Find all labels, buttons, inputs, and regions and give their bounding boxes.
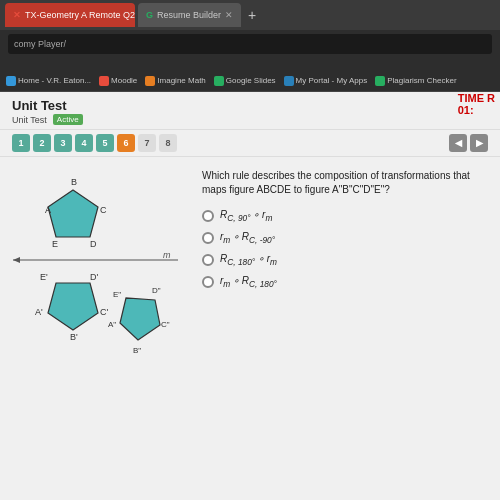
svg-text:D": D" [152,286,161,295]
bookmarks-bar: Home - V.R. Eaton... Moodle Imagine Math… [0,70,500,92]
svg-text:m: m [163,250,171,260]
browser-chrome: ✕ TX-Geometry A Remote Q2 - Edu ✕ G Resu… [0,0,500,70]
question-text: Which rule describes the composition of … [202,169,488,197]
svg-text:C': C' [100,307,108,317]
svg-text:A": A" [108,320,116,329]
question-panel: Which rule describes the composition of … [198,165,492,472]
prev-question-button[interactable]: ◀ [449,134,467,152]
plagiarism-icon [375,76,385,86]
svg-text:E': E' [40,272,48,282]
tab-bar: ✕ TX-Geometry A Remote Q2 - Edu ✕ G Resu… [0,0,500,30]
moodle-icon [99,76,109,86]
bookmark-slides[interactable]: Google Slides [214,76,276,86]
portal-icon [284,76,294,86]
bookmark-portal[interactable]: My Portal - My Apps [284,76,368,86]
radio-c[interactable] [202,254,214,266]
bookmark-moodle-label: Moodle [111,76,137,85]
radio-b[interactable] [202,232,214,244]
subtitle-label: Unit Test [12,115,47,125]
timer-label: TIME R [458,92,495,104]
home-icon [6,76,16,86]
bookmark-home-label: Home - V.R. Eaton... [18,76,91,85]
figures-panel: B A C E D m B' A' C' E' D' [8,165,188,472]
option-a-text: RC, 90° ∘ rm [220,209,272,223]
question-btn-8[interactable]: 8 [159,134,177,152]
tab-resume[interactable]: G Resume Builder ✕ [138,3,241,27]
address-input[interactable] [8,34,492,54]
address-bar [0,30,500,58]
new-tab-button[interactable]: + [244,7,260,23]
bookmark-plagiarism[interactable]: Plagiarism Checker [375,76,456,86]
test-subtitle: Unit Test Active [12,114,488,125]
question-btn-1[interactable]: 1 [12,134,30,152]
svg-text:B: B [71,177,77,187]
option-b-text: rm ∘ RC, -90° [220,231,275,245]
question-area: B A C E D m B' A' C' E' D' [0,157,500,480]
svg-text:C: C [100,205,107,215]
bookmark-portal-label: My Portal - My Apps [296,76,368,85]
question-btn-3[interactable]: 3 [54,134,72,152]
option-d-text: rm ∘ RC, 180° [220,275,277,289]
question-btn-6[interactable]: 6 [117,134,135,152]
svg-text:E: E [52,239,58,249]
option-a[interactable]: RC, 90° ∘ rm [202,209,488,223]
figures-svg: B A C E D m B' A' C' E' D' [8,165,183,395]
svg-text:D: D [90,239,97,249]
radio-d[interactable] [202,276,214,288]
svg-text:A: A [45,205,51,215]
status-badge: Active [53,114,83,125]
page-title: Unit Test [12,98,488,113]
answer-options: RC, 90° ∘ rm rm ∘ RC, -90° RC, 180° ∘ rm [202,209,488,289]
question-btn-2[interactable]: 2 [33,134,51,152]
question-nav: 1 2 3 4 5 6 7 8 ◀ ▶ TIME R 01: [0,130,500,157]
tab-icon-g: G [146,10,153,20]
tab-label-resume: Resume Builder [157,10,221,20]
bookmark-slides-label: Google Slides [226,76,276,85]
tab-close-resume[interactable]: ✕ [225,10,233,20]
option-c-text: RC, 180° ∘ rm [220,253,277,267]
tab-geometry[interactable]: ✕ TX-Geometry A Remote Q2 - Edu ✕ [5,3,135,27]
bookmark-home[interactable]: Home - V.R. Eaton... [6,76,91,86]
option-d[interactable]: rm ∘ RC, 180° [202,275,488,289]
bookmark-plagiarism-label: Plagiarism Checker [387,76,456,85]
imagine-icon [145,76,155,86]
bookmark-moodle[interactable]: Moodle [99,76,137,86]
svg-marker-7 [13,257,20,263]
radio-a[interactable] [202,210,214,222]
tab-label-geometry: TX-Geometry A Remote Q2 - Edu [25,10,135,20]
tab-icon-x: ✕ [13,10,21,20]
svg-marker-15 [120,298,160,340]
question-btn-4[interactable]: 4 [75,134,93,152]
svg-marker-9 [48,283,98,330]
svg-text:B": B" [133,346,141,355]
svg-text:B': B' [70,332,78,342]
option-c[interactable]: RC, 180° ∘ rm [202,253,488,267]
svg-marker-0 [48,190,98,237]
page-content: Unit Test Unit Test Active 1 2 3 4 5 6 7… [0,92,500,500]
slides-icon [214,76,224,86]
svg-text:C": C" [161,320,170,329]
test-header: Unit Test Unit Test Active [0,92,500,130]
svg-text:E": E" [113,290,121,299]
svg-text:D': D' [90,272,98,282]
bookmark-imagine-label: Imagine Math [157,76,205,85]
svg-text:A': A' [35,307,43,317]
option-b[interactable]: rm ∘ RC, -90° [202,231,488,245]
next-question-button[interactable]: ▶ [470,134,488,152]
timer-display: TIME R 01: [458,92,495,116]
bookmark-imagine[interactable]: Imagine Math [145,76,205,86]
question-btn-5[interactable]: 5 [96,134,114,152]
question-btn-7[interactable]: 7 [138,134,156,152]
timer-value: 01: [458,104,474,116]
